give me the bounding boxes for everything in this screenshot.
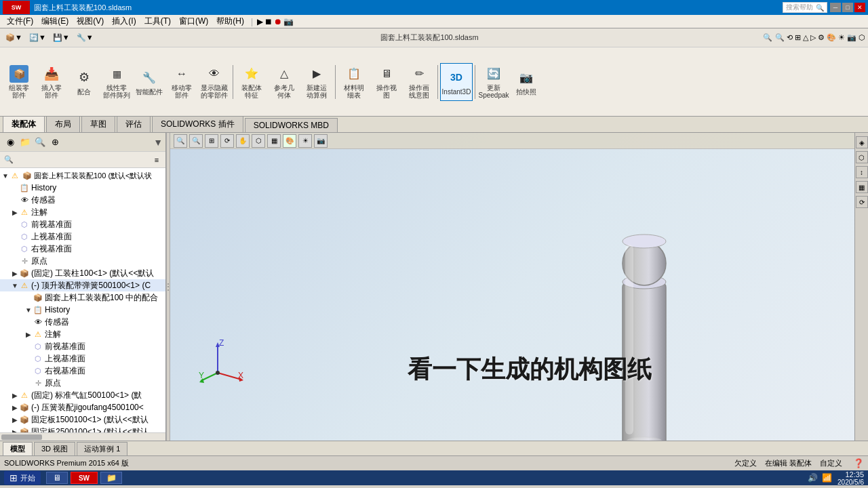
view-btn-fit[interactable]: ⊞ [205,134,218,148]
panel-toolbar-expand[interactable]: ≡ [149,152,164,167]
tree-item-right-plane-1[interactable]: ⬡ 右视基准面 [0,243,165,255]
tree-item-fixture-post[interactable]: ▶ 📦 (固定) 工装柱100<1> (默认<<默认 [0,267,165,279]
quick-access-bar[interactable]: ▶ ⏹ ⏺ 📷 [257,17,294,26]
window-controls[interactable]: ─ □ ✕ [830,3,865,12]
toolbar-btn-linear[interactable]: ▦ 线性零部件阵列 [100,63,133,101]
tree-item-history-2[interactable]: ▼ 📋 History [0,304,165,316]
taskbar-solidworks[interactable]: SW [71,472,98,484]
taskbar-folder[interactable]: 📁 [100,472,122,484]
tray-network[interactable]: 📶 [822,473,832,483]
menu-window[interactable]: 窗口(W) [175,14,212,28]
taskbar-items: 🖥 SW 📁 [46,472,122,484]
toolbar-btn-new-motion[interactable]: ▶ 新建运动算例 [300,63,333,101]
taskbar-explorer[interactable]: 🖥 [46,472,68,484]
panel-icon-4[interactable]: ⊕ [47,135,62,150]
vtr-btn-1[interactable]: ◈ [856,136,868,148]
tab-sketch[interactable]: 草图 [81,116,115,132]
toolbar-btn-feature[interactable]: ⭐ 装配体特征 [235,63,268,101]
snapshot-btn[interactable]: 📷 [283,17,294,26]
tab-evaluate[interactable]: 评估 [117,116,151,132]
menu-tools[interactable]: 工具(T) [140,14,175,28]
play-btn[interactable]: ▶ [257,17,263,26]
tree-item-root[interactable]: ▼ ⚠ 📦 圆套上料工装装配100 (默认<默认状 [0,169,165,182]
panel-icon-1[interactable]: ◉ [3,135,18,150]
tree-item-origin-2[interactable]: ✛ 原点 [0,377,165,389]
tree-item-sub-mate[interactable]: 📦 圆套上料工装装配100 中的配合 [0,291,165,304]
bottom-tab-3dview[interactable]: 3D 视图 [34,442,75,455]
view-btn-light[interactable]: ☀ [298,134,312,148]
tree-item-right-plane-2[interactable]: ⬡ 右视基准面 [0,365,165,377]
toolbar-btn-instant3d[interactable]: 3D Instant3D [440,63,473,101]
tab-sw-plugins[interactable]: SOLIDWORKS 插件 [152,116,243,132]
view-btn-pan[interactable]: ✋ [236,134,250,148]
tree-item-sensor-2[interactable]: 👁 传感器 [0,316,165,328]
vtr-btn-2[interactable]: ⬡ [856,151,868,163]
toolbar-icon-1[interactable]: 📦▼ [3,32,25,43]
tree-item-std-cylinder[interactable]: ▶ ⚠ (固定) 标准气缸500100<1> (默 [0,389,165,401]
view-btn-zoom-in[interactable]: 🔍 [174,134,187,148]
toolbar-icon-2[interactable]: 🔄▼ [26,32,49,43]
toolbar-icon-3[interactable]: 💾▼ [50,32,73,43]
minimize-btn[interactable]: ─ [830,3,841,12]
menu-file[interactable]: 文件(F) [3,14,37,28]
toolbar-btn-ref-geo[interactable]: △ 参考几何体 [268,63,300,101]
maximize-btn[interactable]: □ [842,3,853,12]
tree-item-fixed-plate-1[interactable]: ▶ 📦 固定板1500100<1> (默认<<默认 [0,413,165,426]
toolbar-btn-smart[interactable]: 🔧 智能配件 [133,63,165,101]
toolbar-btn-show-hide[interactable]: 👁 显示隐藏的零部件 [198,63,231,101]
view-btn-zoom-out[interactable]: 🔍 [189,134,203,148]
toolbar-btn-assemble[interactable]: 📦 组装零部件 [3,63,35,101]
tab-assembly[interactable]: 装配体 [3,116,45,132]
menu-edit[interactable]: 编辑(E) [37,14,73,28]
vtr-btn-3[interactable]: ↕ [856,166,868,178]
tree-item-sensor-1[interactable]: 👁 传感器 [0,194,165,206]
toolbar-btn-view-op[interactable]: 🖥 操作视图 [370,63,403,101]
menu-help[interactable]: 帮助(H) [212,14,248,28]
close-btn[interactable]: ✕ [854,3,865,12]
tab-layout[interactable]: 布局 [46,116,80,132]
tray-speaker[interactable]: 🔊 [808,473,818,483]
panel-icon-3[interactable]: 🔍 [33,135,47,150]
view-btn-display[interactable]: ▦ [267,134,281,148]
stop-btn[interactable]: ⏹ [264,17,273,26]
view-btn-section[interactable]: ⬡ [252,134,265,148]
tree-item-front-plane-1[interactable]: ⬡ 前视基准面 [0,218,165,230]
toolbar-btn-bom[interactable]: 📋 材料明细表 [338,63,370,101]
toolbar-btn-sketch-op[interactable]: ✏ 操作画线意图 [403,63,435,101]
bottom-tab-model[interactable]: 模型 [3,442,33,455]
toolbar-btn-mate[interactable]: ⚙ 配合 [68,63,100,101]
record-btn[interactable]: ⏺ [274,17,282,26]
toolbar-btn-snapshot[interactable]: 📷 拍快照 [510,63,542,101]
tree-item-top-plane-1[interactable]: ⬡ 上视基准面 [0,230,165,243]
view-btn-rotate[interactable]: ⟳ [220,134,234,148]
panel-icon-2[interactable]: 📁 [18,135,33,150]
toolbar-icon-4[interactable]: 🔧▼ [74,32,96,43]
menu-view[interactable]: 视图(V) [73,14,108,28]
tree-item-spring-assembly[interactable]: ▶ 📦 (-) 压簧装配jigoufang4500100< [0,401,165,413]
tree-scrollbar-h[interactable] [0,432,165,441]
tab-sw-mbd[interactable]: SOLIDWORKS MBD [245,118,338,132]
tree-item-annotation-1[interactable]: ▶ ⚠ 注解 [0,206,165,218]
tree-item-lift-assembly[interactable]: ▼ ⚠ (-) 顶升装配带弹簧500100<1> (C [0,279,165,291]
tree-item-origin-1[interactable]: ✛ 原点 [0,255,165,267]
3d-viewport[interactable]: 🔍 🔍 ⊞ ⟳ ✋ ⬡ ▦ 🎨 ☀ 📷 [170,133,868,441]
toolbar-btn-move[interactable]: ↔ 移动零部件 [165,63,198,101]
panel-toolbar-search[interactable]: 🔍 [1,152,16,167]
vtr-btn-4[interactable]: ▦ [856,181,868,193]
vtr-btn-5[interactable]: ⟳ [856,196,868,208]
toolbar-btn-insert[interactable]: 📥 插入零部件 [35,63,68,101]
bottom-tab-motion[interactable]: 运动算例 1 [77,442,127,455]
start-button[interactable]: ⊞ 开始 [4,471,41,485]
search-box[interactable]: 搜索帮助 🔍 [783,2,827,13]
tree-item-fixed-plate-2[interactable]: ▶ 📦 固定板2500100<1> (默认<<默认 [0,426,165,432]
help-btn[interactable]: ❓ [853,458,864,468]
menu-insert[interactable]: 插入(I) [108,14,140,28]
tree-item-history-1[interactable]: 📋 History [0,182,165,194]
tree-item-top-plane-2[interactable]: ⬡ 上视基准面 [0,352,165,365]
tree-item-front-plane-2[interactable]: ⬡ 前视基准面 [0,340,165,352]
view-btn-camera[interactable]: 📷 [314,134,328,148]
panel-collapse-btn[interactable]: ▼ [153,137,163,148]
toolbar-btn-update[interactable]: 🔄 更新Speedpak [477,63,510,101]
view-btn-appearance[interactable]: 🎨 [283,134,296,148]
tree-item-annotation-2[interactable]: ▶ ⚠ 注解 [0,328,165,340]
